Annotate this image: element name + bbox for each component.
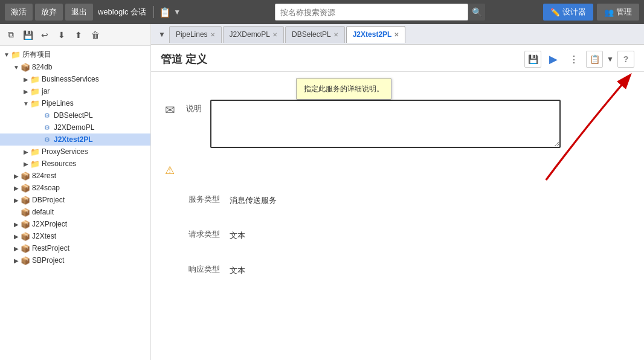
tab-pipelines-label: PipeLines <box>176 30 208 39</box>
tree-label-j2xdemopl: J2XDemoPL <box>54 123 94 132</box>
tree-label-dbselectpl: DBSelectPL <box>54 111 93 120</box>
folder-resources-icon: 📁 <box>30 159 40 169</box>
tree-item-j2xproject[interactable]: ▶ 📦 J2XProject <box>0 218 150 230</box>
toggle-restproject[interactable]: ▶ <box>12 244 21 252</box>
manage-icon: 👥 <box>604 8 614 17</box>
toggle-j2xproject[interactable]: ▶ <box>12 220 21 228</box>
save-button[interactable]: 💾 <box>21 28 35 42</box>
tree-item-sbproject[interactable]: ▶ 📦 SBProject <box>0 254 150 266</box>
tab-dropdown-button[interactable]: ▼ <box>156 29 168 40</box>
undo-button[interactable]: ↩ <box>37 28 52 42</box>
form-area: 指定此服务的详细说明。 ✉ <box>151 72 644 289</box>
clipboard-icon[interactable]: 📋 <box>159 7 171 18</box>
toggle-j2xtest[interactable]: ▶ <box>12 232 21 240</box>
toggle-icon[interactable]: ▼ <box>2 51 11 59</box>
top-toolbar: 激活 放弃 退出 weblogic 会话 📋 ▼ 🔍 ✏️ 设计器 👥 管理 <box>0 0 644 24</box>
search-button[interactable]: 🔍 <box>468 4 485 21</box>
help-action-button[interactable]: ? <box>617 51 634 68</box>
run-action-button[interactable]: ▶ <box>545 51 562 68</box>
toggle-824db[interactable]: ▼ <box>12 63 21 71</box>
toggle-824soap[interactable]: ▶ <box>12 184 21 192</box>
tree-item-default[interactable]: 📦 default <box>0 206 150 218</box>
tree-item-824db[interactable]: ▼ 📦 824db <box>0 61 150 73</box>
tree-item-pipelines[interactable]: ▼ 📁 PipeLines <box>0 97 150 109</box>
tree-item-824soap[interactable]: ▶ 📦 824soap <box>0 182 150 194</box>
toggle-jar[interactable]: ▶ <box>22 87 30 95</box>
content-area: ▼ PipeLines ✕ J2XDemoPL ✕ DBSelectPL ✕ J… <box>151 24 644 360</box>
discard-button[interactable]: 放弃 <box>35 4 63 21</box>
tree-item-root[interactable]: ▼ 📁 所有项目 <box>0 48 150 61</box>
page-content: 管道 定义 💾 ▶ ⋮ 📋 ▼ ? 指定此服务的详细说明。 <box>151 45 644 360</box>
tree-item-restproject[interactable]: ▶ 📦 RestProject <box>0 242 150 254</box>
tab-pipelines-close[interactable]: ✕ <box>210 31 215 38</box>
tooltip-text: 指定此服务的详细说明。 <box>304 85 384 93</box>
toggle-dbproject[interactable]: ▶ <box>12 196 21 204</box>
save-action-button[interactable]: 💾 <box>524 51 541 68</box>
tab-j2xtest2pl-close[interactable]: ✕ <box>394 31 399 38</box>
db-j2xproject-icon: 📦 <box>21 219 30 229</box>
divider <box>153 6 154 18</box>
tree-item-jar[interactable]: ▶ 📁 jar <box>0 85 150 97</box>
dropdown-icon[interactable]: ▼ <box>173 8 181 16</box>
copy-button[interactable]: ⧉ <box>4 28 18 42</box>
search-input[interactable] <box>275 4 468 21</box>
tree-item-dbselectpl[interactable]: ⚙ DBSelectPL <box>0 109 150 121</box>
tree-item-j2xtest2pl[interactable]: ⚙ J2Xtest2PL <box>0 133 150 146</box>
designer-button[interactable]: ✏️ 设计器 <box>543 4 593 21</box>
request-type-value: 文本 <box>230 230 245 241</box>
tree-item-proxyservices[interactable]: ▶ 📁 ProxyServices <box>0 146 150 158</box>
spacer-j2xtest2pl <box>34 135 42 144</box>
response-type-value: 文本 <box>230 265 245 276</box>
tree-item-businessservices[interactable]: ▶ 📁 BusinessServices <box>0 73 150 85</box>
tab-dbselectpl-close[interactable]: ✕ <box>333 31 338 38</box>
tree-item-resources[interactable]: ▶ 📁 Resources <box>0 158 150 170</box>
toggle-sbproject[interactable]: ▶ <box>12 256 21 265</box>
description-textarea[interactable] <box>210 100 561 148</box>
db-824rest-icon: 📦 <box>21 171 30 181</box>
dropdown-action-btn[interactable]: ▼ <box>607 55 614 63</box>
tree-label-824rest: 824rest <box>32 172 56 180</box>
weblogic-label: weblogic 会话 <box>98 7 146 18</box>
tab-dbselectpl[interactable]: DBSelectPL ✕ <box>285 26 345 43</box>
tree-item-824rest[interactable]: ▶ 📦 824rest <box>0 170 150 182</box>
upload-button[interactable]: ⬆ <box>71 28 86 42</box>
tab-j2xdemopl[interactable]: J2XDemoPL ✕ <box>223 26 284 43</box>
description-row: ✉ 说明 <box>161 100 634 148</box>
logout-button[interactable]: 退出 <box>65 4 93 21</box>
envelope-icon: ✉ <box>161 101 179 119</box>
folder-jar-icon: 📁 <box>30 86 40 96</box>
tree-label-sbproject: SBProject <box>32 256 64 265</box>
warning-icon: ⚠ <box>161 161 179 179</box>
tab-j2xtest2pl[interactable]: J2Xtest2PL ✕ <box>346 26 406 43</box>
tab-pipelines[interactable]: PipeLines ✕ <box>169 26 222 43</box>
folder-pipelines-icon: 📁 <box>30 98 40 108</box>
tree-label-824db: 824db <box>32 63 52 71</box>
toggle-pipelines[interactable]: ▼ <box>22 99 30 108</box>
activate-button[interactable]: 激活 <box>5 4 33 21</box>
more-action-button[interactable]: ⋮ <box>565 51 582 68</box>
tree-item-j2xdemopl[interactable]: ⚙ J2XDemoPL <box>0 121 150 133</box>
spacer-dbselectpl <box>34 111 42 120</box>
request-type-label: 请求类型 <box>188 229 220 240</box>
copy-action-button[interactable]: 📋 <box>586 51 603 68</box>
db-j2xtest-icon: 📦 <box>21 231 30 241</box>
tree-label-default: default <box>32 208 54 216</box>
tree-item-dbproject[interactable]: ▶ 📦 DBProject <box>0 194 150 206</box>
tree-item-j2xtest[interactable]: ▶ 📦 J2Xtest <box>0 230 150 242</box>
toggle-824rest[interactable]: ▶ <box>12 172 21 180</box>
spacer-j2xdemopl <box>34 123 42 132</box>
manage-button[interactable]: 👥 管理 <box>597 4 639 21</box>
tree-label-824soap: 824soap <box>32 184 60 192</box>
page-header: 管道 定义 💾 ▶ ⋮ 📋 ▼ ? <box>151 45 644 72</box>
toggle-proxyservices[interactable]: ▶ <box>22 147 30 156</box>
page-title: 管道 定义 <box>161 52 207 66</box>
download-button[interactable]: ⬇ <box>54 28 69 42</box>
delete-button[interactable]: 🗑 <box>88 28 103 42</box>
toggle-resources[interactable]: ▶ <box>22 159 30 168</box>
sidebar: ⧉ 💾 ↩ ⬇ ⬆ 🗑 ▼ 📁 所有项目 ▼ 📦 824db ▶ <box>0 24 151 360</box>
main-layout: ⧉ 💾 ↩ ⬇ ⬆ 🗑 ▼ 📁 所有项目 ▼ 📦 824db ▶ <box>0 24 644 360</box>
tab-j2xdemopl-close[interactable]: ✕ <box>272 31 277 38</box>
search-icon: 🔍 <box>472 7 482 17</box>
file-j2xdemopl-icon: ⚙ <box>42 123 52 132</box>
toggle-businessservices[interactable]: ▶ <box>22 75 30 83</box>
